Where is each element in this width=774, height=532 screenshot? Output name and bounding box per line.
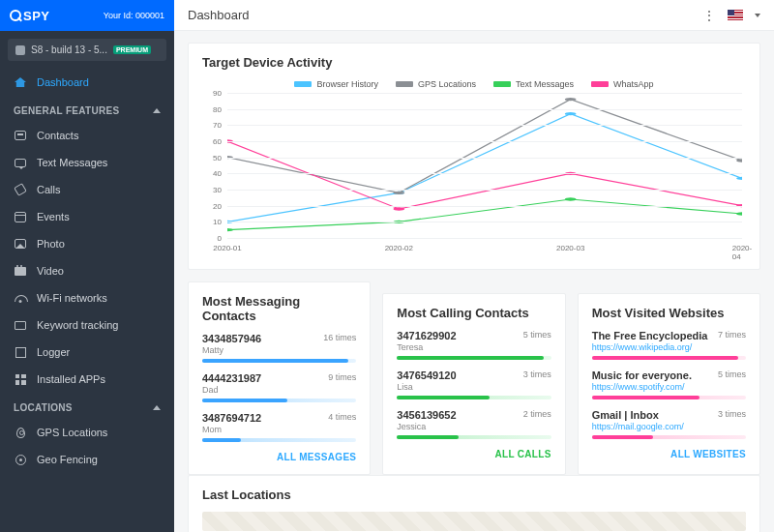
entry-sub: Teresa: [397, 342, 551, 352]
y-tick: 0: [218, 234, 222, 243]
chart-point: [736, 212, 742, 215]
premium-badge: PREMIUM: [113, 45, 151, 54]
section-label: LOCATIONS: [14, 402, 73, 413]
all-calls-link[interactable]: ALL CALLS: [397, 449, 551, 459]
app-root: SPY Your Id: 000001 S8 - build 13 - 5...…: [0, 0, 774, 532]
kebab-menu-icon[interactable]: ⋮: [702, 9, 716, 22]
sidebar-item-dashboard[interactable]: Dashboard: [0, 69, 174, 96]
x-axis: 2020-012020-022020-032020-04: [227, 240, 742, 257]
legend-item[interactable]: Browser History: [294, 79, 378, 89]
sidebar-label: Events: [37, 211, 70, 222]
chart-point: [736, 177, 742, 180]
entry-title: 3471629902: [397, 330, 456, 341]
section-label: GENERAL FEATURES: [14, 105, 119, 116]
legend-item[interactable]: WhatsApp: [591, 79, 654, 89]
legend-label: WhatsApp: [613, 79, 654, 89]
topbar: Dashboard ⋮: [174, 0, 774, 31]
legend-item[interactable]: GPS Locations: [396, 79, 476, 89]
legend-item[interactable]: Text Messages: [493, 79, 574, 89]
android-icon: [15, 45, 25, 55]
sidebar-item-events[interactable]: Events: [0, 203, 174, 230]
apps-icon: [14, 372, 27, 386]
bar-fill: [202, 399, 287, 402]
sidebar-item-photo[interactable]: Photo: [0, 230, 174, 257]
entry-sub: Matty: [202, 345, 356, 355]
all-websites-link[interactable]: ALL WEBSITES: [592, 449, 746, 459]
sidebar-item-text-messages[interactable]: Text Messages: [0, 149, 174, 176]
entry-title: 3434857946: [202, 333, 261, 344]
sidebar-label: GPS Locations: [37, 427, 107, 438]
list-entry: 34876947124 timesMom: [202, 412, 356, 442]
sidebar-label: Contacts: [37, 130, 78, 141]
sidebar-item-logger[interactable]: Logger: [0, 339, 174, 366]
entry-count: 7 times: [718, 330, 746, 341]
entry-count: 2 times: [523, 409, 551, 421]
section-locations[interactable]: LOCATIONS: [0, 393, 174, 419]
entry-sub: Jessica: [397, 422, 551, 431]
y-tick: 10: [213, 218, 222, 226]
chart-card: Target Device Activity Browser HistoryGP…: [188, 43, 760, 270]
monitor-icon: [14, 318, 27, 332]
sidebar-item-contacts[interactable]: Contacts: [0, 122, 174, 149]
sidebar-label: Text Messages: [37, 157, 107, 168]
x-tick: 2020-04: [732, 244, 752, 261]
grid-line: [227, 141, 742, 142]
grid-line: [227, 238, 742, 239]
calling-card: Most Calling Contacts 34716299025 timesT…: [382, 293, 565, 475]
chart-point: [393, 192, 404, 194]
wifi-icon: [14, 291, 27, 305]
entry-sub: Lisa: [397, 382, 551, 392]
y-tick: 90: [213, 89, 222, 98]
photo-icon: [14, 237, 27, 251]
chart-plot: [227, 93, 742, 238]
legend-swatch: [493, 81, 511, 87]
grid-line: [227, 125, 742, 126]
chart-area: 0102030405060708090 2020-012020-022020-0…: [202, 93, 746, 257]
websites-card: Most Visited Websites The Free Encyclope…: [578, 293, 760, 475]
entry-link[interactable]: https://mail.google.com/: [592, 422, 746, 431]
entry-count: 4 times: [328, 412, 356, 424]
sidebar-item-video[interactable]: Video: [0, 257, 174, 284]
y-tick: 20: [213, 201, 222, 210]
sidebar-item-geofence[interactable]: Geo Fencing: [0, 446, 174, 473]
sidebar-label: Geo Fencing: [37, 454, 98, 465]
flag-us-icon[interactable]: [728, 10, 743, 20]
entry-link[interactable]: https://www.spotify.com/: [592, 382, 746, 392]
list-entry: 34561396522 timesJessica: [397, 409, 551, 439]
grid-line: [227, 93, 742, 94]
section-general[interactable]: GENERAL FEATURES: [0, 96, 174, 122]
chart-point: [565, 197, 577, 200]
grid-line: [227, 222, 742, 222]
calendar-icon: [14, 210, 27, 223]
sidebar-item-calls[interactable]: Calls: [0, 176, 174, 203]
sidebar-item-wifi[interactable]: Wi-Fi networks: [0, 284, 174, 311]
bar-track: [202, 399, 356, 402]
y-tick: 80: [213, 104, 222, 113]
entry-title: The Free Encyclopedia: [592, 330, 708, 341]
caret-down-icon[interactable]: [755, 14, 760, 17]
sidebar-item-keyword[interactable]: Keyword tracking: [0, 311, 174, 339]
bar-track: [202, 438, 356, 442]
device-selector[interactable]: S8 - build 13 - 5... PREMIUM: [8, 39, 166, 61]
bar-track: [397, 396, 551, 399]
sidebar-item-apps[interactable]: Installed APPs: [0, 366, 174, 393]
all-messages-link[interactable]: ALL MESSAGES: [202, 452, 356, 462]
bar-fill: [202, 359, 348, 363]
sidebar-label: Installed APPs: [37, 373, 105, 385]
sidebar-item-gps[interactable]: GPS Locations: [0, 419, 174, 446]
y-tick: 70: [213, 121, 222, 130]
grid-line: [227, 158, 742, 159]
sidebar-label: Wi-Fi networks: [37, 292, 107, 304]
entry-sub: Dad: [202, 385, 356, 395]
bar-fill: [592, 435, 654, 439]
sidebar-label: Logger: [37, 346, 70, 358]
legend-label: GPS Locations: [418, 79, 476, 89]
card-title: Last Locations: [202, 488, 746, 502]
entry-count: 5 times: [718, 369, 746, 381]
chart-point: [565, 112, 577, 115]
y-axis: 0102030405060708090: [202, 93, 225, 238]
list-entry: The Free Encyclopedia7 timeshttps://www.…: [592, 330, 746, 360]
entry-link[interactable]: https://www.wikipedia.org/: [592, 342, 746, 352]
user-id: Your Id: 000001: [104, 11, 164, 20]
y-tick: 60: [213, 137, 222, 146]
